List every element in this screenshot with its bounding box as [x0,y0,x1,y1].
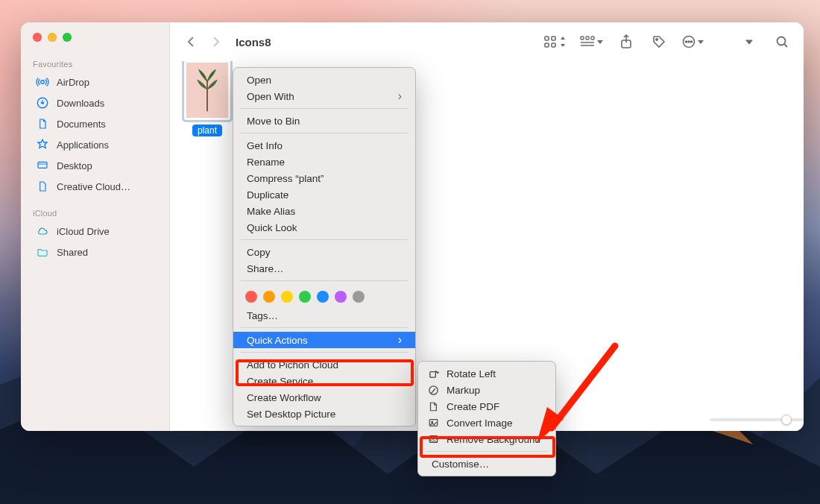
svg-rect-2 [38,162,47,168]
menu-create-service[interactable]: Create Service [233,373,415,389]
submenu-remove-background[interactable]: Remove Background [418,431,555,447]
menu-create-workflow[interactable]: Create Workflow [233,389,415,406]
tag-green[interactable] [299,291,311,303]
menu-make-alias[interactable]: Make Alias [233,203,415,219]
zoom-icon[interactable] [63,33,72,42]
submenu-markup[interactable]: Markup [418,382,555,398]
quick-actions-submenu: Rotate Left Markup Create PDF Convert Im… [417,361,556,476]
airdrop-icon [36,75,49,89]
svg-point-15 [691,41,693,42]
documents-icon [36,117,49,130]
svg-point-20 [431,421,432,423]
group-by-button[interactable] [580,32,603,51]
sidebar-item-label: Documents [57,119,106,130]
sidebar-item-label: Applications [57,139,109,151]
icon-size-slider[interactable] [710,413,792,426]
menu-get-info[interactable]: Get Info [233,137,415,154]
window-title: Icons8 [236,36,271,48]
sidebar-item-airdrop[interactable]: AirDrop [25,72,165,92]
menu-share[interactable]: Share… [233,260,415,277]
search-button[interactable] [772,32,792,51]
menu-tags[interactable]: Tags… [233,307,415,324]
svg-point-0 [41,81,45,84]
menu-add-pichon[interactable]: Add to Pichon Cloud [233,356,415,373]
toolbar: Icons8 [170,22,804,61]
menu-quick-look[interactable]: Quick Look [233,219,415,236]
submenu-create-pdf[interactable]: Create PDF [418,398,555,415]
svg-point-14 [688,41,690,42]
file-item[interactable]: plant [174,61,240,136]
action-menu-button[interactable] [682,32,704,51]
svg-rect-5 [545,43,549,47]
view-mode-button[interactable] [543,32,567,51]
nav-back-button[interactable] [182,33,200,51]
menu-move-to-bin[interactable]: Move to Bin [233,113,415,129]
sidebar-item-label: Desktop [57,160,92,171]
sidebar-item-label: Downloads [57,98,104,109]
remove-background-icon [427,433,439,445]
context-menu: Open Open With Move to Bin Get Info Rena… [233,67,416,426]
svg-point-13 [686,41,687,42]
markup-icon [427,384,439,396]
svg-rect-17 [429,371,435,377]
sidebar-item-documents[interactable]: Documents [25,113,165,134]
window-controls [21,33,169,55]
file-name-label[interactable]: plant [192,125,222,136]
svg-rect-8 [586,37,589,40]
tag-purple[interactable] [335,291,347,303]
sidebar-item-label: iCloud Drive [57,226,110,237]
sidebar-group-icloud: iCloud [21,204,169,221]
menu-compress[interactable]: Compress “plant” [233,170,415,186]
menu-copy[interactable]: Copy [233,244,415,260]
menu-open[interactable]: Open [233,72,415,88]
sidebar-item-creative-cloud[interactable]: Creative Cloud… [25,176,165,197]
tag-blue[interactable] [317,291,329,303]
sidebar-item-label: Shared [57,247,88,258]
sidebar-group-favourites: Favourites [21,55,169,72]
svg-rect-4 [552,37,555,40]
sidebar: Favourites AirDrop Downloads Documents A… [21,22,170,431]
sidebar-item-desktop[interactable]: Desktop [25,155,165,176]
create-pdf-icon [427,400,439,412]
tag-yellow[interactable] [281,291,293,303]
menu-duplicate[interactable]: Duplicate [233,186,415,203]
submenu-customise[interactable]: Customise… [418,456,555,472]
svg-point-11 [656,39,657,40]
file-thumbnail[interactable] [184,61,230,120]
sidebar-item-shared[interactable]: Shared [25,242,165,262]
svg-rect-9 [591,37,594,40]
menu-quick-actions[interactable]: Quick Actions [233,332,415,348]
icloud-icon [36,224,49,238]
svg-rect-3 [545,37,549,40]
sidebar-item-label: AirDrop [57,77,89,88]
sidebar-item-icloud-drive[interactable]: iCloud Drive [25,221,165,242]
convert-image-icon [427,417,439,429]
shared-folder-icon [36,245,49,259]
submenu-rotate-left[interactable]: Rotate Left [418,365,555,382]
sidebar-item-applications[interactable]: Applications [25,134,165,155]
rotate-left-icon [427,368,439,379]
apps-icon [36,138,49,151]
tag-orange[interactable] [263,291,275,303]
tag-grey[interactable] [353,291,365,303]
tag-red[interactable] [245,291,257,303]
menu-set-desktop-picture[interactable]: Set Desktop Picture [233,406,415,422]
sidebar-item-label: Creative Cloud… [57,181,130,192]
overflow-chevron[interactable] [739,32,759,51]
downloads-icon [36,96,49,110]
sidebar-item-downloads[interactable]: Downloads [25,92,165,113]
svg-point-16 [778,37,786,45]
close-icon[interactable] [33,33,42,42]
submenu-convert-image[interactable]: Convert Image [418,415,555,431]
share-button[interactable] [616,32,636,51]
menu-rename[interactable]: Rename [233,154,415,170]
svg-rect-6 [552,43,555,47]
minimize-icon[interactable] [48,33,57,42]
svg-rect-7 [581,37,584,40]
menu-tag-colors[interactable] [233,285,415,307]
menu-open-with[interactable]: Open With [233,88,415,104]
nav-forward-button[interactable] [207,33,225,51]
tags-button[interactable] [649,32,669,51]
file-icon [36,180,49,193]
desktop-icon [36,159,49,172]
